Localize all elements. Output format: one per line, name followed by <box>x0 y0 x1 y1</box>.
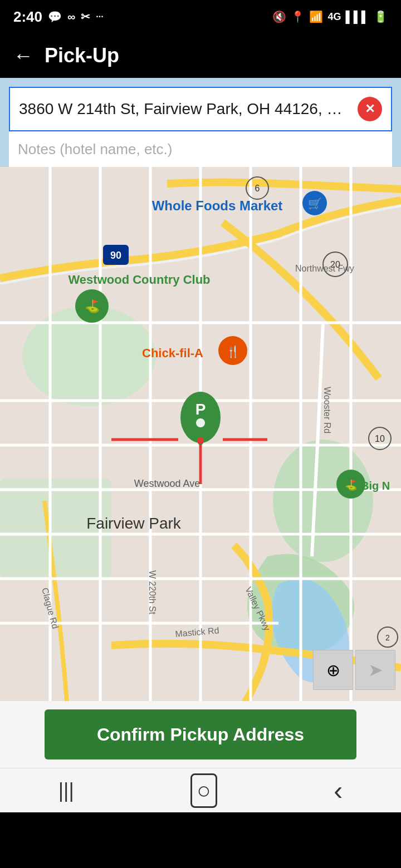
svg-text:⛳: ⛳ <box>345 479 358 491</box>
map-container[interactable]: 90 20 6 10 2 Whole Foods Market 🛒 Westwo… <box>0 167 401 701</box>
location-arrow-icon: ➤ <box>368 659 383 680</box>
home-nav-button[interactable]: ○ <box>190 773 217 808</box>
menu-nav-button[interactable]: ||| <box>58 779 74 802</box>
svg-text:W 220th St: W 220th St <box>148 570 157 615</box>
confirm-pickup-button[interactable]: Confirm Pickup Address <box>45 709 356 760</box>
back-button[interactable]: ← <box>13 44 33 67</box>
svg-text:🛒: 🛒 <box>308 197 322 210</box>
location-icon: 📍 <box>291 10 305 23</box>
svg-text:Whole Foods Market: Whole Foods Market <box>152 198 283 213</box>
svg-point-3 <box>273 440 373 562</box>
svg-text:Westwood Country Club: Westwood Country Club <box>68 273 210 287</box>
svg-text:🍴: 🍴 <box>226 345 240 358</box>
svg-text:P: P <box>195 401 206 418</box>
move-icon: ⊕ <box>326 660 340 680</box>
notes-input[interactable]: Notes (hotel name, etc.) <box>18 141 172 157</box>
svg-point-54 <box>197 437 204 444</box>
clear-address-button[interactable] <box>358 97 382 121</box>
back-nav-button[interactable]: ‹ <box>334 775 343 806</box>
voicemail-icon: ∞ <box>67 11 75 23</box>
svg-text:Big N: Big N <box>361 480 390 492</box>
svg-text:90: 90 <box>110 250 121 261</box>
address-input-row: 3860 W 214th St, Fairview Park, OH 44126… <box>9 87 392 131</box>
message-icon: 💬 <box>48 10 62 23</box>
notes-input-row[interactable]: Notes (hotel name, etc.) <box>9 131 392 167</box>
dots-icon: ··· <box>96 12 103 22</box>
bottom-nav: ||| ○ ‹ <box>0 768 401 812</box>
svg-text:Wooster Rd: Wooster Rd <box>322 387 332 433</box>
status-left: 2:40 💬 ∞ ✂ ··· <box>13 8 104 26</box>
svg-point-52 <box>196 418 205 427</box>
map-svg: 90 20 6 10 2 Whole Foods Market 🛒 Westwo… <box>0 167 401 701</box>
dnd-icon: ✂ <box>81 10 90 23</box>
svg-text:6: 6 <box>255 184 260 193</box>
svg-text:Northwest Fwy: Northwest Fwy <box>295 264 354 273</box>
svg-text:2: 2 <box>385 633 390 642</box>
my-location-button[interactable]: ➤ <box>355 650 395 690</box>
status-time: 2:40 <box>13 8 42 26</box>
svg-text:Westwood Ave: Westwood Ave <box>134 478 200 489</box>
move-map-button[interactable]: ⊕ <box>313 650 353 690</box>
back-arrow-icon: ← <box>13 44 33 67</box>
svg-text:Fairview Park: Fairview Park <box>86 515 182 532</box>
mute-icon: 🔇 <box>272 10 286 23</box>
svg-text:Chick-fil-A: Chick-fil-A <box>142 346 203 360</box>
svg-text:⛳: ⛳ <box>85 299 100 314</box>
wifi-icon: 📶 <box>309 10 323 23</box>
battery-icon: 🔋 <box>374 10 388 23</box>
address-area: 3860 W 214th St, Fairview Park, OH 44126… <box>0 78 401 167</box>
svg-text:10: 10 <box>375 434 385 443</box>
page-title: Pick-Up <box>45 44 119 67</box>
app-header: ← Pick-Up <box>0 33 401 78</box>
4g-icon: 4G <box>327 11 341 23</box>
status-right: 🔇 📍 📶 4G ▌▌▌ 🔋 <box>272 10 388 23</box>
signal-icon: ▌▌▌ <box>345 11 369 23</box>
map-controls: ⊕ ➤ <box>313 650 395 690</box>
confirm-section: Confirm Pickup Address <box>0 701 401 768</box>
address-input[interactable]: 3860 W 214th St, Fairview Park, OH 44126… <box>19 100 353 118</box>
status-bar: 2:40 💬 ∞ ✂ ··· 🔇 📍 📶 4G ▌▌▌ 🔋 <box>0 0 401 33</box>
